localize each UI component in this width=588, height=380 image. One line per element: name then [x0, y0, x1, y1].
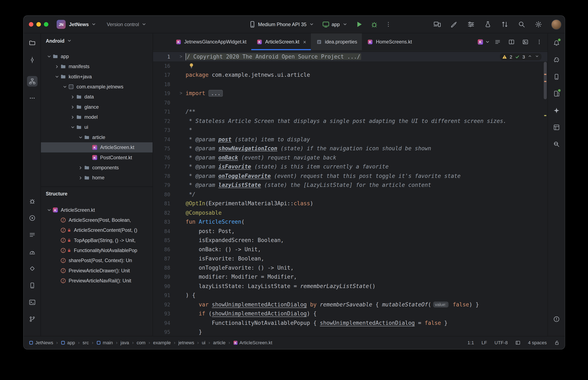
tree-item-data[interactable]: data [41, 92, 153, 102]
breadcrumb-jetnews[interactable]: JetNews [29, 340, 53, 345]
vcs-widget[interactable]: Version control [97, 21, 147, 27]
search-icon[interactable] [518, 21, 526, 28]
terminal-icon[interactable] [27, 297, 37, 307]
logcat-icon[interactable] [27, 230, 37, 240]
caret-position[interactable]: 1:1 [467, 340, 474, 345]
commit-icon[interactable] [27, 55, 37, 65]
code-line[interactable]: 16 [153, 61, 547, 70]
code-line[interactable]: 84 post: Post, [153, 226, 547, 236]
inspections-widget[interactable]: 2 3 [500, 53, 542, 60]
code-line[interactable]: 17package com.example.jetnews.ui.article [153, 70, 547, 80]
chevron-right-icon[interactable] [54, 64, 60, 69]
close-window-button[interactable] [29, 22, 34, 27]
tree-item-previewarticledrawer-unit[interactable]: fPreviewArticleDrawer(): Unit [41, 266, 153, 276]
file-encoding[interactable]: UTF-8 [494, 340, 508, 345]
code-line[interactable]: 83fun ArticleScreen( [153, 217, 547, 226]
code-line[interactable]: 75 * @param showNavigationIcon (state) i… [153, 144, 547, 153]
chevron-down-icon[interactable] [69, 125, 76, 130]
breadcrumb-articlescreen-kt[interactable]: KArticleScreen.kt [233, 340, 272, 345]
tree-item-ui[interactable]: ui [41, 122, 153, 132]
project-icon[interactable] [27, 38, 37, 48]
next-problem-icon[interactable] [535, 54, 539, 59]
code-line[interactable]: 88 onToggleFavorite: () -> Unit, [153, 263, 547, 272]
tree-item-glance[interactable]: glance [41, 102, 153, 112]
code-line[interactable]: 81@OptIn(ExperimentalMaterial3Api::class… [153, 199, 547, 208]
tree-item-sharepost-post-context-un[interactable]: fsharePost(Post, Context): Un [41, 255, 153, 266]
bug-report-icon[interactable] [27, 196, 37, 206]
code-editor[interactable]: 1>/ Copyright 2020 The Android Open Sour… [153, 51, 547, 336]
structure-icon[interactable] [27, 76, 37, 87]
tree-item-articlescreen-post-boolean[interactable]: fArticleScreen(Post, Boolean, [41, 215, 153, 225]
code-line[interactable]: 18 [153, 80, 547, 89]
debug-button[interactable] [371, 21, 378, 28]
indent-size[interactable]: 4 spaces [528, 340, 547, 345]
zoom-window-button[interactable] [44, 22, 49, 27]
build-analyzer-icon[interactable] [484, 21, 492, 28]
close-tab-icon[interactable]: × [303, 39, 306, 44]
benchmark-icon[interactable] [27, 247, 37, 257]
breadcrumb-main[interactable]: main [97, 340, 113, 345]
breadcrumb-example[interactable]: example [153, 340, 171, 345]
code-line[interactable]: 95 } [153, 327, 547, 336]
settings-icon[interactable] [535, 21, 542, 28]
tree-item-manifests[interactable]: manifests [41, 61, 153, 72]
intention-bulb-icon[interactable] [188, 63, 194, 69]
breadcrumb-ui[interactable]: ui [202, 340, 205, 345]
code-line[interactable]: 86 onBack: () -> Unit, [153, 245, 547, 254]
editor-scrollbar[interactable] [544, 62, 547, 99]
tree-item-articlescreen-kt[interactable]: KArticleScreen.kt [41, 142, 153, 152]
chevron-right-icon[interactable] [69, 104, 76, 110]
device-mirroring-icon[interactable] [434, 21, 441, 28]
project-panel-header[interactable]: Android [41, 35, 153, 47]
profiler-icon[interactable] [27, 213, 37, 223]
code-line[interactable]: 72 * Stateless Article Screen that displ… [153, 116, 547, 125]
chevron-down-icon[interactable] [77, 135, 83, 140]
tree-item-app[interactable]: app [41, 51, 153, 61]
chevron-right-icon[interactable] [69, 94, 76, 99]
tree-item-com-example-jetnews[interactable]: com.example.jetnews [41, 82, 153, 92]
breadcrumb-jetnews[interactable]: jetnews [178, 340, 194, 345]
problems-icon[interactable] [551, 314, 561, 324]
chevron-right-icon[interactable] [77, 165, 83, 170]
fold-marker-icon[interactable]: > [180, 52, 182, 61]
tree-item-kotlin-java[interactable]: kotlin+java [41, 72, 153, 81]
code-line[interactable]: 1>/ Copyright 2020 The Android Open Sour… [153, 52, 547, 61]
code-line[interactable]: 19>import ... [153, 89, 547, 98]
chevron-down-icon[interactable] [46, 54, 52, 59]
code-line[interactable]: 90 lazyListState: LazyListState = rememb… [153, 282, 547, 291]
tree-item-model[interactable]: model [41, 112, 153, 122]
file-writable[interactable] [554, 340, 560, 345]
split-icon[interactable] [508, 38, 515, 46]
code-line[interactable]: 73 * [153, 125, 547, 135]
device-selector[interactable]: Medium Phone API 35 [249, 21, 315, 28]
code-line[interactable]: 77 * @param isFavorite (state) is this i… [153, 162, 547, 171]
find-icon[interactable] [551, 139, 561, 150]
tab-idea-properties[interactable]: idea.properties [311, 33, 362, 50]
code-line[interactable]: 89 modifier: Modifier = Modifier, [153, 272, 547, 282]
tree-item-topappbar-string-unit[interactable]: fTopAppBar(String, () -> Unit, [41, 235, 153, 245]
code-review-icon[interactable] [501, 21, 508, 28]
tree-item-articlescreencontent-post[interactable]: fArticleScreenContent(Post, () [41, 225, 153, 235]
code-line[interactable]: 87 isFavorite: Boolean, [153, 254, 547, 263]
code-line[interactable]: 92 var showUnimplementedActionDialog by … [153, 300, 547, 309]
gradle-icon[interactable] [551, 55, 561, 65]
list-icon[interactable] [494, 38, 501, 46]
display-settings-icon[interactable] [467, 21, 475, 28]
device-manager-icon[interactable] [551, 72, 561, 82]
app-inspection-icon[interactable] [27, 263, 37, 274]
structure-panel-header[interactable]: Structure [41, 187, 153, 200]
fold-marker-icon[interactable]: > [180, 89, 182, 98]
device-explorer-icon[interactable] [551, 88, 561, 99]
user-avatar[interactable] [552, 20, 561, 29]
code-line[interactable]: 71/** [153, 107, 547, 116]
previous-problem-icon[interactable] [527, 54, 532, 59]
device-icon[interactable] [27, 280, 37, 290]
tree-item-articlescreen-kt[interactable]: KArticleScreen.kt [41, 205, 153, 215]
breadcrumb-article[interactable]: article [213, 340, 225, 345]
more-actions-icon[interactable]: ⋮ [385, 21, 391, 28]
code-line[interactable]: 79 * @param lazyListState (state) the [L… [153, 181, 547, 190]
code-line[interactable]: 70 [153, 98, 547, 107]
chevron-down-icon[interactable] [54, 74, 60, 79]
tree-item-functionalitynotavailablepop[interactable]: fFunctionalityNotAvailablePop [41, 245, 153, 255]
tree-item-previewarticlenavrail-unit[interactable]: fPreviewArticleNavRail(): Unit [41, 276, 153, 286]
